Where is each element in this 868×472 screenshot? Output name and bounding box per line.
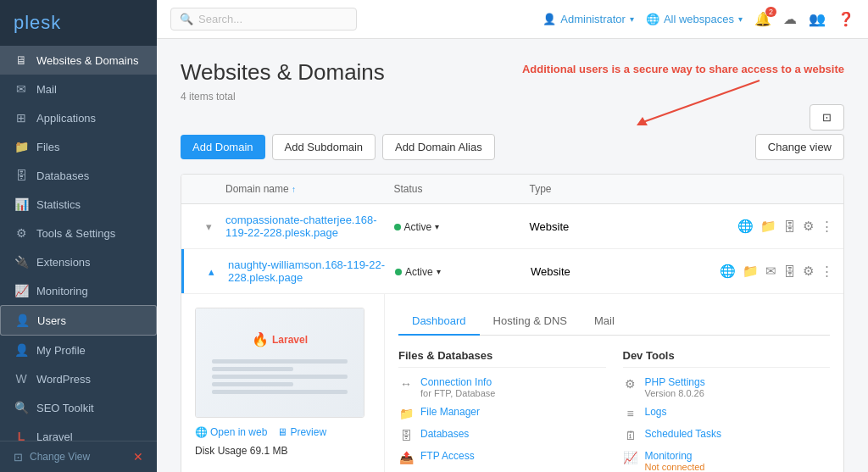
tabs-panel: Dashboard Hosting & DNS Mail Files & Dat… bbox=[385, 294, 843, 472]
change-view-button[interactable]: Change view bbox=[755, 134, 844, 160]
row-header-expanded: ▴ naughty-williamson.168-119-22-228.ples… bbox=[181, 249, 843, 293]
topbar: 🔍 Search... 👤 Administrator ▾ 🌐 All webs… bbox=[157, 0, 868, 39]
feature-text: Connection Info for FTP, Database bbox=[420, 376, 495, 398]
main-content: 🔍 Search... 👤 Administrator ▾ 🌐 All webs… bbox=[157, 0, 868, 472]
open-web-icon: 🌐 bbox=[195, 426, 208, 438]
expand-button[interactable]: ⊡ bbox=[810, 104, 844, 130]
feature-text-tasks: Scheduled Tasks bbox=[645, 428, 722, 440]
sidebar-item-my-profile[interactable]: 👤 My Profile bbox=[0, 336, 157, 364]
tab-hosting-dns[interactable]: Hosting & DNS bbox=[480, 308, 581, 336]
sidebar-item-label: Users bbox=[37, 314, 66, 327]
notification-badge: 2 bbox=[765, 7, 776, 17]
php-icon: ⚙ bbox=[623, 377, 638, 391]
logs-title[interactable]: Logs bbox=[645, 406, 667, 418]
file-manager-icon: 📁 bbox=[398, 407, 414, 420]
databases-title[interactable]: Databases bbox=[420, 428, 469, 440]
applications-icon: ⊞ bbox=[14, 111, 29, 125]
php-title[interactable]: PHP Settings bbox=[645, 376, 705, 388]
row-collapse-btn[interactable]: ▴ bbox=[194, 265, 228, 278]
sidebar-item-statistics[interactable]: 📊 Statistics bbox=[0, 190, 157, 219]
tab-mail[interactable]: Mail bbox=[581, 308, 628, 336]
ftp-title[interactable]: FTP Access bbox=[420, 450, 475, 462]
sidebar-item-mail[interactable]: ✉ Mail bbox=[0, 75, 157, 103]
open-in-web-link[interactable]: 🌐 Open in web bbox=[195, 426, 267, 438]
settings-icon[interactable]: ⚙ bbox=[803, 219, 814, 234]
domain-name[interactable]: compassionate-chatterjee.168-119-22-228.… bbox=[225, 214, 394, 239]
preview-line-3 bbox=[212, 390, 348, 394]
sidebar-item-tools-settings[interactable]: ⚙ Tools & Settings bbox=[0, 219, 157, 247]
change-view-icon: ⊡ bbox=[14, 451, 23, 464]
preview-line-2 bbox=[212, 375, 348, 379]
status-dot bbox=[394, 224, 401, 230]
close-icon[interactable]: ✕ bbox=[133, 450, 143, 464]
domain-name-2[interactable]: naughty-williamson.168-119-22-228.plesk.… bbox=[228, 258, 395, 284]
row-expand-btn[interactable]: ▾ bbox=[192, 220, 225, 233]
sidebar-item-databases[interactable]: 🗄 Databases bbox=[0, 161, 157, 190]
mail-icon-2[interactable]: ✉ bbox=[765, 264, 776, 279]
more-icon-2[interactable]: ⋮ bbox=[821, 264, 833, 279]
status-chevron-2: ▾ bbox=[437, 267, 441, 276]
connection-icon: ↔ bbox=[398, 377, 414, 391]
status-header: Status bbox=[394, 183, 530, 195]
sidebar-item-wordpress[interactable]: W WordPress bbox=[0, 364, 157, 393]
table-row: ▾ compassionate-chatterjee.168-119-22-22… bbox=[181, 204, 843, 249]
globe-icon[interactable]: 🌐 bbox=[737, 219, 754, 234]
sidebar-item-label: Extensions bbox=[36, 256, 91, 269]
monitoring-title[interactable]: Monitoring bbox=[645, 450, 705, 462]
more-icon[interactable]: ⋮ bbox=[821, 219, 833, 234]
file-manager-title[interactable]: File Manager bbox=[420, 406, 480, 418]
change-view-button[interactable]: ⊡ Change View ✕ bbox=[0, 441, 157, 472]
preview-link[interactable]: 🖥 Preview bbox=[277, 426, 326, 438]
topbar-right: 👤 Administrator ▾ 🌐 All webspaces ▾ 🔔 2 … bbox=[542, 11, 854, 27]
extensions-icon: 🔌 bbox=[14, 255, 29, 269]
sidebar-item-label: WordPress bbox=[36, 373, 91, 386]
tabs-nav: Dashboard Hosting & DNS Mail bbox=[398, 308, 830, 336]
db-icon[interactable]: 🗄 bbox=[783, 219, 796, 234]
status-chevron: ▾ bbox=[435, 222, 439, 231]
app-logo: plesk bbox=[0, 0, 157, 46]
sidebar-item-laravel[interactable]: L Laravel bbox=[0, 422, 157, 441]
help-button[interactable]: ❓ bbox=[837, 11, 854, 27]
connection-title[interactable]: Connection Info bbox=[420, 376, 495, 388]
sidebar-item-monitoring[interactable]: 📈 Monitoring bbox=[0, 276, 157, 305]
row-actions: 🌐 📁 🗄 ⚙ ⋮ bbox=[665, 219, 834, 234]
globe-icon-2[interactable]: 🌐 bbox=[720, 264, 736, 279]
folder-icon-2[interactable]: 📁 bbox=[743, 264, 759, 279]
search-placeholder: Search... bbox=[198, 13, 242, 25]
preview-line bbox=[212, 359, 348, 364]
domain-name-header[interactable]: Domain name ↑ bbox=[225, 183, 394, 195]
sidebar-item-seo-toolkit[interactable]: 🔍 SEO Toolkit bbox=[0, 393, 157, 422]
sidebar-item-label: Laravel bbox=[36, 430, 73, 441]
add-subdomain-button[interactable]: Add Subdomain bbox=[272, 134, 376, 160]
sidebar-item-users[interactable]: 👤 Users bbox=[0, 305, 157, 336]
search-box[interactable]: 🔍 Search... bbox=[170, 8, 357, 31]
sidebar-item-files[interactable]: 📁 Files bbox=[0, 132, 157, 161]
status-badge-2[interactable]: Active ▾ bbox=[395, 266, 441, 278]
add-domain-alias-button[interactable]: Add Domain Alias bbox=[382, 134, 495, 160]
topbar-user[interactable]: 👤 Administrator ▾ bbox=[542, 13, 634, 25]
cloud-button[interactable]: ☁ bbox=[783, 11, 797, 27]
preview-actions: 🌐 Open in web 🖥 Preview bbox=[195, 426, 370, 438]
settings-icon-2[interactable]: ⚙ bbox=[803, 264, 814, 279]
user-icon: 👤 bbox=[542, 13, 556, 25]
status-badge[interactable]: Active ▾ bbox=[394, 221, 440, 233]
notifications-button[interactable]: 🔔 2 bbox=[754, 11, 771, 27]
sidebar-item-label: Mail bbox=[36, 83, 57, 96]
sidebar-item-applications[interactable]: ⊞ Applications bbox=[0, 103, 157, 132]
add-domain-button[interactable]: Add Domain bbox=[181, 135, 265, 159]
users-icon: 👤 bbox=[14, 314, 30, 327]
topbar-workspace[interactable]: 🌐 All webspaces ▾ bbox=[646, 13, 743, 25]
tab-dashboard[interactable]: Dashboard bbox=[398, 308, 480, 336]
tasks-title[interactable]: Scheduled Tasks bbox=[645, 428, 722, 440]
folder-icon[interactable]: 📁 bbox=[760, 219, 776, 234]
preview-icon: 🖥 bbox=[277, 426, 287, 438]
dev-tools-section: Dev Tools ⚙ PHP Settings Version 8.0.26 bbox=[623, 349, 831, 472]
feature-logs: ≡ Logs bbox=[623, 406, 831, 420]
sidebar-item-extensions[interactable]: 🔌 Extensions bbox=[0, 247, 157, 276]
db-icon-2[interactable]: 🗄 bbox=[783, 264, 796, 279]
users-button[interactable]: 👥 bbox=[809, 11, 826, 27]
sidebar-item-websites-domains[interactable]: 🖥 Websites & Domains bbox=[0, 46, 157, 75]
collapse-col bbox=[192, 183, 225, 195]
sidebar-nav: 🖥 Websites & Domains ✉ Mail ⊞ Applicatio… bbox=[0, 46, 157, 441]
feature-text-fm: File Manager bbox=[420, 406, 480, 418]
